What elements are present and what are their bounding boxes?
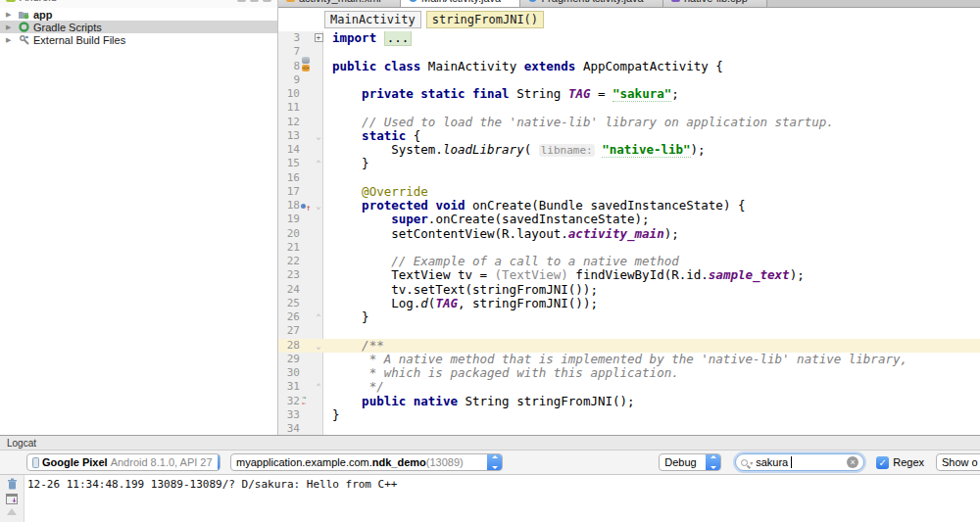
code-line[interactable]: 17 @Override xyxy=(278,185,980,199)
breadcrumb-item[interactable]: MainActivity xyxy=(324,11,421,28)
sidebar-item-gradle-scripts[interactable]: ▶Gradle Scripts xyxy=(0,21,277,33)
dropdown-stepper-icon[interactable] xyxy=(706,453,720,471)
expand-chevron-icon[interactable]: ▶ xyxy=(6,24,14,31)
fold-marker-icon[interactable]: ⌄ xyxy=(314,129,323,143)
code-line[interactable]: 8<>public class MainActivity extends App… xyxy=(278,60,980,73)
code-line[interactable]: 11 xyxy=(278,101,980,115)
fold-marker-icon[interactable] xyxy=(314,45,323,59)
settings-icon[interactable] xyxy=(237,0,246,2)
regex-checkbox[interactable]: ✓ xyxy=(876,456,889,469)
breadcrumb-item[interactable]: stringFromJNI() xyxy=(426,11,544,28)
sidebar-item-external-build-files[interactable]: ▶External Build Files xyxy=(0,33,277,46)
code-editor[interactable]: 3+import ...78<>public class MainActivit… xyxy=(278,31,980,435)
code-line[interactable]: 30 * which is packaged with this applica… xyxy=(278,366,980,380)
sidebar-item-app[interactable]: ▶app xyxy=(0,8,277,21)
code-line[interactable]: 22 // Example of a call to a native meth… xyxy=(278,255,980,268)
close-tab-icon[interactable]: × xyxy=(387,0,392,3)
code-line[interactable]: 34 xyxy=(278,422,980,435)
log-level-filter[interactable]: Debug xyxy=(659,453,721,471)
code-line[interactable]: 7 xyxy=(278,45,980,59)
fold-marker-icon[interactable] xyxy=(314,101,323,115)
regex-toggle[interactable]: ✓ Regex xyxy=(876,456,924,469)
fold-marker-icon[interactable] xyxy=(314,283,323,297)
fold-marker-icon[interactable] xyxy=(314,60,323,73)
code-line[interactable]: 33} xyxy=(278,408,980,422)
fold-marker-icon[interactable]: + xyxy=(314,31,323,45)
fold-marker-icon[interactable] xyxy=(314,185,323,199)
code-line[interactable]: 18↑⌄ protected void onCreate(Bundle save… xyxy=(278,199,980,213)
fold-marker-icon[interactable] xyxy=(314,366,323,380)
fold-marker-icon[interactable] xyxy=(314,353,323,366)
tree-item-label: Gradle Scripts xyxy=(33,22,102,33)
code-line[interactable]: 14 System.loadLibrary( libname: "native-… xyxy=(278,143,980,157)
expand-chevron-icon[interactable]: ▶ xyxy=(6,36,14,44)
fold-marker-icon[interactable]: ⌃ xyxy=(314,310,323,324)
clear-logcat-trash-icon[interactable] xyxy=(7,478,18,490)
close-tab-icon[interactable]: × xyxy=(754,0,759,3)
fold-marker-icon[interactable] xyxy=(314,395,323,408)
code-line[interactable]: 3+import ... xyxy=(278,31,980,45)
tab-activity_main-xml[interactable]: activity_main.xml× xyxy=(278,0,401,8)
search-options-chevron-icon[interactable]: ▾ xyxy=(750,459,753,466)
class-marker-icon[interactable]: <> xyxy=(302,57,310,71)
fold-marker-icon[interactable] xyxy=(314,73,323,87)
process-selector[interactable]: myapplication.example.com.ndk_demo (1308… xyxy=(230,453,503,471)
up-stack-trace-icon[interactable] xyxy=(7,508,17,515)
fold-marker-icon[interactable] xyxy=(314,87,323,101)
code-line[interactable]: 20 setContentView(R.layout.activity_main… xyxy=(278,227,980,241)
fold-marker-icon[interactable] xyxy=(314,324,323,338)
code-line[interactable]: 21 xyxy=(278,241,980,255)
code-line[interactable]: 9 xyxy=(278,73,980,87)
code-line[interactable]: 16 xyxy=(278,171,980,185)
project-view-selector[interactable]: Android xyxy=(20,0,57,3)
code-line[interactable]: 26⌃ } xyxy=(278,310,980,324)
device-selector[interactable]: Google Pixel Android 8.1.0, API 27 xyxy=(26,453,220,471)
expand-fold-icon[interactable]: + xyxy=(315,33,323,42)
fold-marker-icon[interactable] xyxy=(314,268,323,282)
hide-panel-icon[interactable] xyxy=(263,0,271,2)
scroll-to-end-icon[interactable] xyxy=(6,494,18,504)
dropdown-stepper-icon[interactable] xyxy=(218,453,220,471)
expand-chevron-icon[interactable]: ▶ xyxy=(6,11,14,19)
fold-marker-icon[interactable] xyxy=(314,116,323,129)
code-line[interactable]: 15⌃ } xyxy=(278,157,980,170)
fold-marker-icon[interactable] xyxy=(314,227,323,241)
fold-marker-icon[interactable] xyxy=(314,213,323,226)
collapse-all-icon[interactable] xyxy=(250,0,259,2)
fold-marker-icon[interactable] xyxy=(314,422,323,435)
fold-marker-icon[interactable] xyxy=(314,143,323,157)
code-line[interactable]: 32→← public native String stringFromJNI(… xyxy=(278,395,980,408)
fold-marker-icon[interactable] xyxy=(314,297,323,310)
native-method-icon[interactable]: →← xyxy=(302,395,306,406)
tab-native-lib-cpp[interactable]: native-lib.cpp× xyxy=(663,0,767,8)
logcat-search-input[interactable]: ▾ sakura × xyxy=(735,453,864,471)
fold-marker-icon[interactable] xyxy=(314,241,323,255)
fold-marker-icon[interactable] xyxy=(314,408,323,422)
code-line[interactable]: 10 private static final String TAG = "sa… xyxy=(278,87,980,101)
fold-marker-icon[interactable]: ⌃ xyxy=(314,157,323,170)
code-line[interactable]: 23 TextView tv = (TextView) findViewById… xyxy=(278,268,980,282)
code-line[interactable]: 25 Log.d(TAG, stringFromJNI()); xyxy=(278,297,980,310)
fold-marker-icon[interactable] xyxy=(314,255,323,268)
code-line[interactable]: 24 tv.setText(stringFromJNI()); xyxy=(278,283,980,297)
clear-search-icon[interactable]: × xyxy=(847,456,858,468)
code-line[interactable]: 29 * A native method that is implemented… xyxy=(278,353,980,366)
code-line[interactable]: 19 super.onCreate(savedInstanceState); xyxy=(278,213,980,226)
code-line[interactable]: 28⌄ /** xyxy=(278,339,980,353)
code-line[interactable]: 27 xyxy=(278,324,980,338)
dropdown-stepper-icon[interactable] xyxy=(487,453,502,471)
code-line[interactable]: 13⌄ static { xyxy=(278,129,980,143)
show-filter-dropdown[interactable]: Show o xyxy=(936,453,980,471)
close-tab-icon[interactable]: × xyxy=(507,0,512,3)
logcat-title-bar[interactable]: Logcat xyxy=(0,436,980,451)
code-line[interactable]: 12 // Used to load the 'native-lib' libr… xyxy=(278,116,980,129)
close-tab-icon[interactable]: × xyxy=(650,0,655,3)
tab-MainActivity-java[interactable]: MainActivity.java× xyxy=(401,0,520,8)
project-panel-header[interactable]: Android xyxy=(0,0,277,8)
fold-marker-icon[interactable]: ⌄ xyxy=(314,339,323,353)
fold-marker-icon[interactable] xyxy=(314,171,323,185)
code-line[interactable]: 31⌃ */ xyxy=(278,380,980,394)
fold-marker-icon[interactable]: ⌃ xyxy=(314,380,323,394)
fold-marker-icon[interactable]: ⌄ xyxy=(314,199,323,213)
tab-FragmentActivity-java[interactable]: FragmentActivity.java× xyxy=(520,0,663,8)
